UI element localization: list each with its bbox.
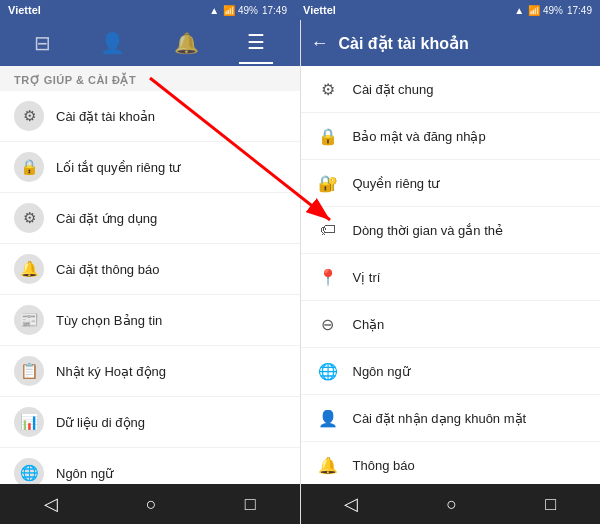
app-settings-label: Cài đặt ứng dụng xyxy=(56,211,157,226)
home-button-right[interactable]: ○ xyxy=(432,488,471,521)
privacy-label: Quyền riêng tư xyxy=(353,176,440,191)
security-login-icon: 🔒 xyxy=(315,123,341,149)
location-label: Vị trí xyxy=(353,270,381,285)
section-header: TRỢ GIÚP & CÀI ĐẶT xyxy=(0,66,300,91)
list-item[interactable]: 📰 Tùy chọn Bảng tin xyxy=(0,295,300,346)
list-item[interactable]: 🔔 Cài đặt thông báo xyxy=(0,244,300,295)
nav-icon-menu[interactable]: ☰ xyxy=(239,22,273,64)
list-item[interactable]: 📋 Nhật ký Hoạt động xyxy=(0,346,300,397)
timeline-tagging-icon: 🏷 xyxy=(315,217,341,243)
list-item[interactable]: 📍 Vị trí xyxy=(301,254,601,301)
list-item[interactable]: ⚙ Cài đặt chung xyxy=(301,66,601,113)
right-signal-icon: ▲ xyxy=(514,5,524,16)
list-item[interactable]: 🔒 Lối tắt quyền riêng tư xyxy=(0,142,300,193)
right-panel-title: Cài đặt tài khoản xyxy=(339,34,469,53)
left-menu-list: ⚙ Cài đặt tài khoản 🔒 Lối tắt quyền riên… xyxy=(0,91,300,484)
list-item[interactable]: 🔐 Quyền riêng tư xyxy=(301,160,601,207)
location-icon: 📍 xyxy=(315,264,341,290)
right-carrier: Viettel xyxy=(303,4,336,16)
notification-settings-icon: 🔔 xyxy=(14,254,44,284)
list-item[interactable]: 🌐 Ngôn ngữ xyxy=(301,348,601,395)
security-login-label: Bảo mật và đăng nhập xyxy=(353,129,486,144)
right-header: ← Cài đặt tài khoản xyxy=(301,20,601,66)
left-nav-bar: ⊟ 👤 🔔 ☰ xyxy=(0,20,300,66)
left-time: 17:49 xyxy=(262,5,287,16)
recents-button-left[interactable]: □ xyxy=(231,488,270,521)
left-carrier: Viettel xyxy=(8,4,41,16)
privacy-shortcut-label: Lối tắt quyền riêng tư xyxy=(56,160,181,175)
right-language-icon: 🌐 xyxy=(315,358,341,384)
left-status-bar: Viettel ▲ 📶 49% 17:49 xyxy=(0,0,295,20)
nav-icon-home[interactable]: ⊟ xyxy=(26,23,59,63)
list-item[interactable]: 👤 Cài đặt nhận dạng khuôn mặt xyxy=(301,395,601,442)
right-panel: ← Cài đặt tài khoản ⚙ Cài đặt chung 🔒 Bả… xyxy=(301,20,601,524)
right-menu-list: ⚙ Cài đặt chung 🔒 Bảo mật và đăng nhập 🔐… xyxy=(301,66,601,484)
activity-log-label: Nhật ký Hoạt động xyxy=(56,364,166,379)
block-label: Chặn xyxy=(353,317,385,332)
right-time: 17:49 xyxy=(567,5,592,16)
privacy-icon: 🔐 xyxy=(315,170,341,196)
list-item[interactable]: 📊 Dữ liệu di động xyxy=(0,397,300,448)
list-item[interactable]: ⊖ Chặn xyxy=(301,301,601,348)
left-battery: 📶 49% xyxy=(223,5,258,16)
right-language-label: Ngôn ngữ xyxy=(353,364,410,379)
activity-log-icon: 📋 xyxy=(14,356,44,386)
home-button-left[interactable]: ○ xyxy=(132,488,171,521)
left-bottom-nav: ◁ ○ □ xyxy=(0,484,300,524)
general-settings-icon: ⚙ xyxy=(315,76,341,102)
face-recognition-icon: 👤 xyxy=(315,405,341,431)
list-item[interactable]: ⚙ Cài đặt tài khoản xyxy=(0,91,300,142)
back-button-left[interactable]: ◁ xyxy=(30,487,72,521)
right-battery: 📶 49% xyxy=(528,5,563,16)
language-icon: 🌐 xyxy=(14,458,44,484)
block-icon: ⊖ xyxy=(315,311,341,337)
privacy-shortcut-icon: 🔒 xyxy=(14,152,44,182)
mobile-data-icon: 📊 xyxy=(14,407,44,437)
notification-settings-label: Cài đặt thông báo xyxy=(56,262,159,277)
language-label: Ngôn ngữ xyxy=(56,466,113,481)
right-status-bar: Viettel ▲ 📶 49% 17:49 xyxy=(295,0,600,20)
general-settings-label: Cài đặt chung xyxy=(353,82,434,97)
mobile-data-label: Dữ liệu di động xyxy=(56,415,145,430)
nav-icon-notification[interactable]: 🔔 xyxy=(166,23,207,63)
nav-icon-profile[interactable]: 👤 xyxy=(92,23,133,63)
app-settings-icon: ⚙ xyxy=(14,203,44,233)
recents-button-right[interactable]: □ xyxy=(531,488,570,521)
timeline-tagging-label: Dòng thời gian và gắn thẻ xyxy=(353,223,503,238)
list-item[interactable]: 🌐 Ngôn ngữ xyxy=(0,448,300,484)
list-item[interactable]: 🔒 Bảo mật và đăng nhập xyxy=(301,113,601,160)
left-signal-icon: ▲ xyxy=(209,5,219,16)
back-button-right[interactable]: ◁ xyxy=(330,487,372,521)
face-recognition-label: Cài đặt nhận dạng khuôn mặt xyxy=(353,411,527,426)
news-pref-icon: 📰 xyxy=(14,305,44,335)
left-panel: ⊟ 👤 🔔 ☰ TRỢ GIÚP & CÀI ĐẶT ⚙ Cài đặt tài… xyxy=(0,20,301,524)
news-pref-label: Tùy chọn Bảng tin xyxy=(56,313,162,328)
right-notification-icon: 🔔 xyxy=(315,452,341,478)
account-settings-label: Cài đặt tài khoản xyxy=(56,109,155,124)
list-item[interactable]: 🔔 Thông báo xyxy=(301,442,601,484)
account-settings-icon: ⚙ xyxy=(14,101,44,131)
list-item[interactable]: ⚙ Cài đặt ứng dụng xyxy=(0,193,300,244)
right-bottom-nav: ◁ ○ □ xyxy=(301,484,601,524)
right-notification-label: Thông báo xyxy=(353,458,415,473)
list-item[interactable]: 🏷 Dòng thời gian và gắn thẻ xyxy=(301,207,601,254)
back-arrow-icon[interactable]: ← xyxy=(311,33,329,54)
